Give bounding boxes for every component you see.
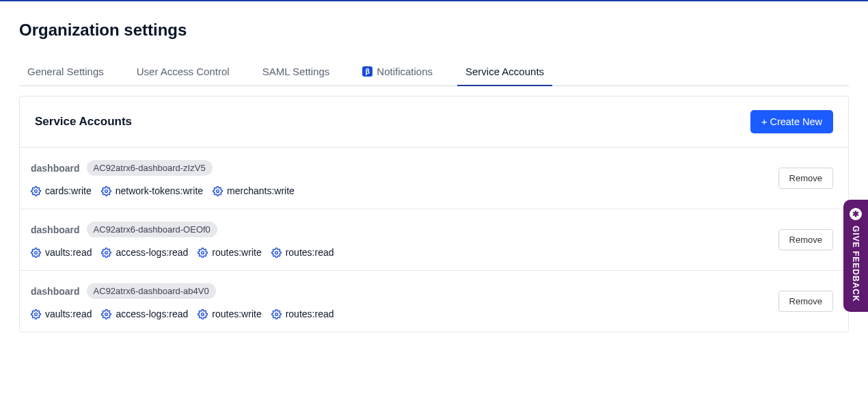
svg-point-5 [202, 251, 204, 254]
svg-point-1 [105, 189, 107, 192]
svg-point-6 [275, 251, 277, 254]
tabs-bar: General Settings User Access Control SAM… [19, 59, 849, 86]
scope-label: merchants:write [227, 185, 295, 196]
account-name-line: dashboardAC92atrx6-dashboard-ab4V0 [31, 283, 334, 299]
accounts-list: dashboardAC92atrx6-dashboard-zIzV5cards:… [20, 148, 848, 332]
tab-saml-settings[interactable]: SAML Settings [254, 59, 338, 85]
scope-label: access-logs:read [116, 308, 188, 319]
section-title: Service Accounts [35, 115, 132, 129]
feedback-asterisk-icon: ✱ [850, 208, 862, 220]
account-row: dashboardAC92atrx6-dashboard-OEOf0vaults… [20, 209, 848, 271]
give-feedback-button[interactable]: ✱ GIVE FEEDBACK [843, 200, 868, 312]
page-title: Organization settings [19, 21, 849, 40]
page-container: Organization settings General Settings U… [0, 1, 868, 332]
tab-label: Notifications [377, 66, 433, 77]
account-id-chip: AC92atrx6-dashboard-OEOf0 [87, 222, 217, 237]
svg-point-4 [105, 251, 108, 254]
scope-item: merchants:write [213, 185, 295, 196]
scope-label: vaults:read [45, 247, 92, 258]
panel-header: Service Accounts + Create New [20, 96, 848, 148]
svg-point-7 [35, 313, 38, 315]
tab-service-accounts[interactable]: Service Accounts [457, 59, 552, 85]
remove-button[interactable]: Remove [778, 168, 833, 189]
scope-label: vaults:read [45, 308, 92, 319]
scope-label: routes:read [286, 308, 334, 319]
gear-icon [198, 248, 208, 258]
scopes-list: cards:writenetwork-tokens:writemerchants… [31, 185, 295, 196]
tab-general-settings[interactable]: General Settings [19, 59, 112, 85]
scope-item: vaults:read [31, 308, 92, 319]
account-id-chip: AC92atrx6-dashboard-ab4V0 [87, 283, 216, 299]
tab-label: General Settings [27, 66, 104, 77]
remove-button[interactable]: Remove [778, 229, 833, 250]
gear-icon [31, 309, 41, 319]
tab-user-access-control[interactable]: User Access Control [128, 59, 238, 85]
gear-icon [101, 309, 111, 319]
scope-item: network-tokens:write [101, 185, 203, 196]
svg-point-0 [35, 189, 38, 192]
scope-label: routes:read [286, 247, 334, 258]
gear-icon [271, 309, 282, 319]
tab-notifications[interactable]: β Notifications [354, 59, 441, 85]
account-info: dashboardAC92atrx6-dashboard-ab4V0vaults… [31, 283, 334, 319]
svg-point-8 [105, 313, 108, 315]
account-name: dashboard [31, 286, 80, 297]
svg-point-10 [275, 313, 277, 315]
scope-item: access-logs:read [101, 247, 188, 258]
scope-item: routes:read [271, 308, 334, 319]
scopes-list: vaults:readaccess-logs:readroutes:writer… [31, 308, 334, 319]
scope-item: cards:write [31, 185, 92, 196]
account-row: dashboardAC92atrx6-dashboard-ab4V0vaults… [20, 271, 848, 332]
account-name: dashboard [31, 163, 80, 174]
service-accounts-panel: Service Accounts + Create New dashboardA… [19, 96, 849, 332]
tab-label: User Access Control [137, 66, 230, 77]
svg-point-2 [217, 189, 219, 192]
account-info: dashboardAC92atrx6-dashboard-OEOf0vaults… [31, 222, 334, 258]
gear-icon [101, 248, 111, 258]
account-info: dashboardAC92atrx6-dashboard-zIzV5cards:… [31, 160, 295, 196]
scopes-list: vaults:readaccess-logs:readroutes:writer… [31, 247, 334, 258]
gear-icon [198, 309, 208, 319]
gear-icon [31, 186, 41, 196]
gear-icon [31, 248, 41, 258]
account-row: dashboardAC92atrx6-dashboard-zIzV5cards:… [20, 148, 848, 209]
scope-item: access-logs:read [101, 308, 188, 319]
gear-icon [101, 186, 111, 196]
account-name-line: dashboardAC92atrx6-dashboard-zIzV5 [31, 160, 295, 176]
remove-button[interactable]: Remove [778, 291, 833, 312]
feedback-label: GIVE FEEDBACK [851, 226, 860, 302]
account-name: dashboard [31, 224, 80, 235]
scope-label: routes:write [212, 247, 261, 258]
scope-item: vaults:read [31, 247, 92, 258]
create-new-button[interactable]: + Create New [750, 110, 833, 133]
gear-icon [271, 248, 282, 258]
scope-label: routes:write [212, 308, 261, 319]
tab-label: SAML Settings [262, 66, 330, 77]
beta-badge-icon: β [362, 66, 372, 77]
svg-point-3 [35, 251, 38, 254]
account-id-chip: AC92atrx6-dashboard-zIzV5 [87, 160, 213, 176]
svg-point-9 [202, 313, 204, 315]
scope-item: routes:write [198, 308, 261, 319]
account-name-line: dashboardAC92atrx6-dashboard-OEOf0 [31, 222, 334, 237]
gear-icon [213, 186, 223, 196]
scope-label: access-logs:read [116, 247, 188, 258]
tab-label: Service Accounts [465, 66, 544, 77]
scope-label: network-tokens:write [116, 185, 203, 196]
scope-label: cards:write [45, 185, 92, 196]
scope-item: routes:read [271, 247, 334, 258]
scope-item: routes:write [198, 247, 261, 258]
